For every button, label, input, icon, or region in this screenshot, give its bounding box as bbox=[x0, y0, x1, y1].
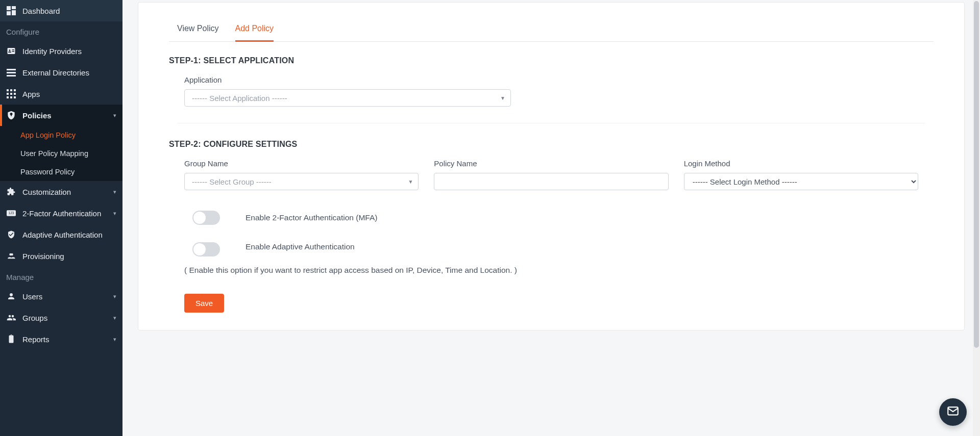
svg-rect-1 bbox=[12, 6, 16, 9]
sidebar-section-configure: Configure bbox=[0, 21, 122, 40]
sidebar-item-two-factor[interactable]: 123 2-Factor Authentication ▾ bbox=[0, 202, 122, 224]
page-scrollbar[interactable] bbox=[973, 0, 980, 436]
sidebar-item-customization[interactable]: Customization ▾ bbox=[0, 181, 122, 202]
pin-icon: 123 bbox=[6, 208, 16, 218]
chevron-down-icon: ▾ bbox=[113, 189, 116, 195]
sidebar-section-manage: Manage bbox=[0, 267, 122, 286]
svg-rect-7 bbox=[7, 89, 9, 91]
adaptive-toggle-help: ( Enable this option if you want to rest… bbox=[184, 263, 918, 277]
svg-rect-5 bbox=[7, 72, 16, 73]
group-icon bbox=[6, 313, 16, 323]
svg-rect-2 bbox=[7, 11, 11, 15]
application-select[interactable]: ------ Select Application ------ ▼ bbox=[184, 89, 511, 107]
svg-rect-4 bbox=[7, 69, 16, 70]
chevron-down-icon: ▾ bbox=[113, 293, 116, 300]
group-name-select[interactable]: ------ Select Group ------ ▼ bbox=[184, 173, 419, 190]
svg-rect-13 bbox=[7, 96, 9, 98]
sidebar-subitem-user-policy-mapping[interactable]: User Policy Mapping bbox=[0, 144, 122, 163]
sidebar-item-label: Groups bbox=[22, 314, 47, 322]
mfa-toggle-label: Enable 2-Factor Authentication (MFA) bbox=[246, 213, 377, 222]
chat-fab[interactable] bbox=[939, 398, 967, 426]
save-button[interactable]: Save bbox=[184, 294, 224, 313]
sidebar-item-label: Reports bbox=[22, 335, 50, 344]
svg-rect-9 bbox=[14, 89, 16, 91]
group-name-label: Group Name bbox=[184, 159, 419, 168]
sync-users-icon bbox=[6, 251, 16, 261]
svg-rect-15 bbox=[14, 96, 16, 98]
sidebar-item-policies[interactable]: Policies ▾ bbox=[0, 105, 122, 126]
login-method-select[interactable]: ------ Select Login Method ------ bbox=[684, 173, 918, 190]
divider bbox=[177, 123, 925, 123]
main-content: View Policy Add Policy STEP-1: SELECT AP… bbox=[122, 0, 980, 436]
policy-name-label: Policy Name bbox=[434, 159, 668, 168]
policy-card: View Policy Add Policy STEP-1: SELECT AP… bbox=[138, 2, 965, 330]
sidebar-item-external-directories[interactable]: External Directories bbox=[0, 62, 122, 83]
policy-tabs: View Policy Add Policy bbox=[169, 18, 934, 42]
sidebar-item-users[interactable]: Users ▾ bbox=[0, 286, 122, 307]
sidebar-item-provisioning[interactable]: Provisioning bbox=[0, 245, 122, 267]
sidebar-item-label: Customization bbox=[22, 188, 71, 196]
chevron-down-icon: ▾ bbox=[113, 112, 116, 119]
sidebar-item-identity-providers[interactable]: Identity Providers bbox=[0, 40, 122, 62]
dashboard-icon bbox=[6, 6, 16, 16]
svg-rect-14 bbox=[10, 96, 12, 98]
id-card-icon bbox=[6, 46, 16, 56]
sidebar-item-reports[interactable]: Reports ▾ bbox=[0, 328, 122, 350]
tab-view-policy[interactable]: View Policy bbox=[177, 18, 219, 42]
sidebar-subitem-app-login-policy[interactable]: App Login Policy bbox=[0, 126, 122, 144]
sidebar-item-label: Identity Providers bbox=[22, 47, 82, 56]
mail-icon bbox=[946, 404, 960, 420]
login-method-label: Login Method bbox=[684, 159, 918, 168]
clipboard-icon bbox=[6, 334, 16, 344]
application-label: Application bbox=[184, 75, 918, 84]
sidebar-item-label: Users bbox=[22, 292, 42, 301]
sidebar-item-adaptive-auth[interactable]: Adaptive Authentication bbox=[0, 224, 122, 245]
sidebar-subitem-password-policy[interactable]: Password Policy bbox=[0, 163, 122, 181]
adaptive-toggle[interactable] bbox=[192, 242, 220, 257]
svg-rect-11 bbox=[10, 93, 12, 95]
policy-name-input[interactable] bbox=[434, 173, 668, 190]
grid-icon bbox=[6, 89, 16, 99]
sidebar-item-label: 2-Factor Authentication bbox=[22, 209, 101, 218]
step2-title: STEP-2: CONFIGURE SETTINGS bbox=[169, 140, 934, 149]
sidebar-item-label: Provisioning bbox=[22, 252, 64, 261]
application-select-value: ------ Select Application ------ bbox=[192, 94, 287, 102]
caret-down-icon: ▼ bbox=[500, 95, 505, 101]
sidebar-item-label: Policies bbox=[22, 111, 52, 120]
caret-down-icon: ▼ bbox=[408, 179, 413, 185]
sidebar-item-apps[interactable]: Apps bbox=[0, 83, 122, 105]
sidebar: Dashboard Configure Identity Providers E… bbox=[0, 0, 122, 436]
puzzle-icon bbox=[6, 187, 16, 197]
svg-rect-3 bbox=[12, 10, 16, 15]
sidebar-item-label: External Directories bbox=[22, 68, 89, 77]
tab-add-policy[interactable]: Add Policy bbox=[235, 18, 274, 42]
adaptive-toggle-label: Enable Adaptive Authentication bbox=[246, 242, 918, 251]
svg-rect-6 bbox=[7, 75, 16, 76]
svg-rect-10 bbox=[7, 93, 9, 95]
step1-title: STEP-1: SELECT APPLICATION bbox=[169, 56, 934, 65]
chevron-down-icon: ▾ bbox=[113, 315, 116, 321]
chevron-down-icon: ▾ bbox=[113, 336, 116, 343]
list-icon bbox=[6, 67, 16, 78]
sidebar-item-dashboard[interactable]: Dashboard bbox=[0, 0, 122, 21]
svg-rect-0 bbox=[7, 6, 11, 10]
user-icon bbox=[6, 291, 16, 301]
shield-check-icon bbox=[6, 229, 16, 240]
svg-rect-12 bbox=[14, 93, 16, 95]
sidebar-item-label: Adaptive Authentication bbox=[22, 230, 103, 239]
sidebar-item-groups[interactable]: Groups ▾ bbox=[0, 307, 122, 328]
policy-shield-icon bbox=[6, 110, 16, 120]
chevron-down-icon: ▾ bbox=[113, 210, 116, 217]
sidebar-item-label: Apps bbox=[22, 90, 40, 98]
mfa-toggle[interactable] bbox=[192, 211, 220, 225]
group-name-value: ------ Select Group ------ bbox=[192, 177, 272, 186]
svg-text:123: 123 bbox=[9, 211, 14, 215]
svg-rect-8 bbox=[10, 89, 12, 91]
sidebar-item-label: Dashboard bbox=[22, 7, 60, 15]
